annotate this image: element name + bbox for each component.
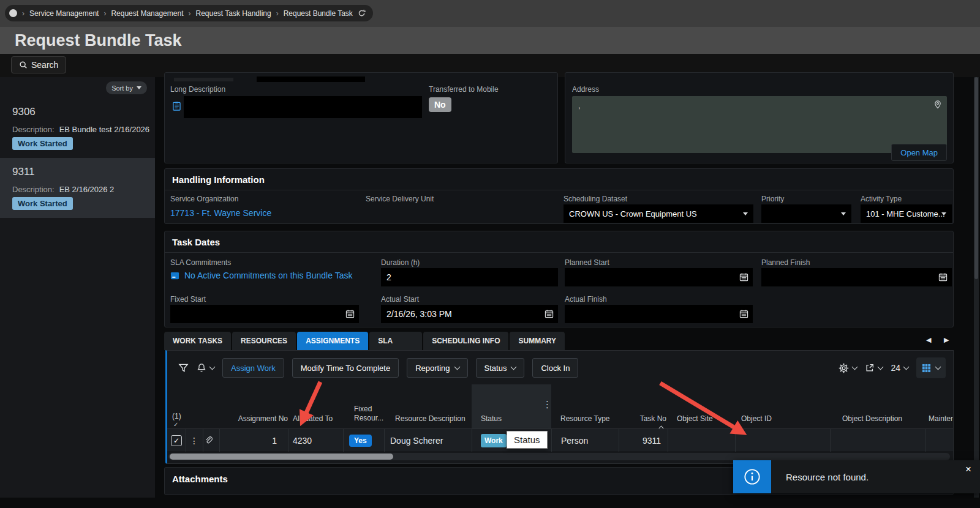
tab-assignments[interactable]: ASSIGNMENTS [297, 332, 368, 350]
breadcrumb-request-management[interactable]: Request Management [111, 9, 183, 18]
sla-commitments-link[interactable]: No Active Commitments on this Bundle Tas… [170, 271, 352, 280]
activity-type-label: Activity Type [861, 195, 902, 203]
column-header-allocated-to[interactable]: Allocated To [293, 414, 333, 423]
tab-resources[interactable]: RESOURCES [232, 332, 296, 350]
breadcrumb-service-management[interactable]: Service Management [29, 9, 99, 18]
status-badge: Work Started [12, 197, 73, 210]
breadcrumb: › Service Management › Request Managemen… [5, 5, 373, 21]
page-size-select[interactable]: 24 [891, 363, 908, 373]
calendar-icon[interactable] [938, 272, 948, 282]
sort-by-button[interactable]: Sort by [106, 81, 147, 94]
selection-count-header: (1) [172, 412, 181, 420]
cell-task-no: 9311 [619, 429, 665, 452]
row-kebab-icon[interactable]: ⋮ [190, 429, 198, 452]
calendar-icon[interactable] [345, 309, 355, 318]
location-pin-icon[interactable] [933, 100, 942, 110]
tab-scheduling-info[interactable]: SCHEDULING INFO [423, 332, 508, 350]
handling-information-title: Handling Information [165, 169, 953, 190]
task-dates-panel: Task Dates SLA Commitments No Active Com… [164, 231, 954, 327]
tabs-scroll-left-icon[interactable]: ◀ [926, 336, 931, 344]
status-menu-button[interactable]: Status [476, 358, 525, 378]
view-mode-grid-button[interactable] [916, 357, 946, 378]
column-options-kebab-icon[interactable]: ⋮ [543, 400, 552, 409]
column-header-task-no[interactable]: Task No [624, 414, 666, 423]
attachment-paperclip-icon[interactable] [204, 429, 214, 452]
refresh-icon[interactable] [358, 9, 366, 17]
modify-time-to-complete-button[interactable]: Modify Time To Complete [292, 358, 399, 378]
column-header-resource-type[interactable]: Resource Type [560, 414, 610, 423]
scheduling-dataset-label: Scheduling Dataset [564, 195, 627, 203]
assignment-table-row[interactable]: ✓ ⋮ 1 4230 Yes Doug Scherer Work Status … [167, 428, 953, 451]
column-header-status[interactable]: Status [481, 414, 502, 423]
task-card-9311[interactable]: 9311 Description: EB 2/16/2026 2 Work St… [0, 158, 155, 218]
column-header-fixed-resource[interactable]: Fixed Resour... [354, 405, 392, 423]
chevron-down-icon [743, 212, 748, 215]
actual-start-input[interactable]: 2/16/26, 3:03 PM [381, 305, 558, 323]
column-header-resource-description[interactable]: Resource Description [395, 414, 466, 423]
tab-sla[interactable]: SLA [369, 332, 422, 350]
breadcrumb-request-task-handling[interactable]: Request Task Handling [195, 9, 271, 18]
calendar-icon[interactable] [545, 309, 554, 318]
long-description-label: Long Description [170, 85, 225, 94]
title-band: Request Bundle Task [0, 27, 980, 54]
sla-commitments-label: SLA Commitments [170, 258, 231, 267]
long-description-input[interactable] [184, 96, 422, 118]
tab-work-tasks[interactable]: WORK TASKS [164, 332, 231, 350]
duration-input[interactable]: 2 [381, 268, 558, 286]
filter-icon[interactable] [178, 363, 189, 373]
transferred-to-mobile-label: Transferred to Mobile [429, 85, 499, 94]
address-panel: Address , Open Map [565, 72, 954, 163]
vertical-scrollbar-thumb[interactable] [974, 77, 978, 279]
reporting-menu-button[interactable]: Reporting [407, 358, 467, 378]
priority-select[interactable] [761, 204, 851, 223]
breadcrumb-separator: › [22, 9, 24, 18]
column-header-assignment-no[interactable]: Assignment No [230, 414, 288, 423]
settings-gear-icon[interactable] [839, 363, 857, 373]
vertical-scrollbar[interactable] [974, 77, 979, 498]
tab-summary[interactable]: SUMMARY [510, 332, 565, 350]
status-column-tooltip: Status [507, 431, 548, 449]
row-checkbox[interactable]: ✓ [171, 429, 182, 452]
cell-status: Work [481, 429, 507, 452]
calendar-icon[interactable] [739, 272, 748, 282]
select-all-check-icon[interactable]: ✓ [173, 421, 178, 428]
clipped-field [257, 77, 365, 82]
toast-notification: Resource not found. × [733, 460, 980, 493]
column-header-object-description[interactable]: Object Description [842, 414, 902, 423]
actual-finish-input[interactable] [565, 305, 753, 323]
tabs-scroll-right-icon[interactable]: ▶ [944, 336, 949, 344]
scheduling-dataset-select[interactable]: CROWN US - Crown Equipment US [564, 204, 753, 223]
horizontal-scrollbar-thumb[interactable] [170, 454, 393, 460]
assign-work-button[interactable]: Assign Work [222, 358, 284, 378]
close-icon[interactable]: × [965, 464, 971, 474]
notes-icon[interactable] [173, 102, 181, 111]
column-header-object-id[interactable]: Object ID [741, 414, 772, 423]
chevron-down-icon [209, 364, 216, 370]
clock-in-button[interactable]: Clock In [532, 358, 578, 378]
assignments-panel: Assign Work Modify Time To Complete Repo… [165, 350, 954, 464]
service-organization-link[interactable]: 17713 - Ft. Wayne Service [170, 208, 271, 218]
calendar-icon[interactable] [739, 309, 748, 318]
task-card-9306[interactable]: 9306 Description: EB Bundle test 2/16/20… [0, 98, 155, 158]
planned-start-label: Planned Start [565, 258, 609, 267]
horizontal-scrollbar[interactable] [168, 453, 950, 460]
activity-type-select[interactable]: 101 - MHE Custome... [861, 204, 952, 223]
info-icon [733, 460, 771, 493]
sla-icon [170, 271, 179, 280]
search-button[interactable]: Search [11, 56, 66, 73]
export-icon[interactable] [865, 363, 883, 373]
notifications-bell-icon[interactable] [197, 363, 214, 373]
planned-finish-input[interactable] [761, 268, 952, 286]
planned-start-input[interactable] [565, 268, 753, 286]
app-logo-dot[interactable] [9, 9, 17, 17]
breadcrumb-request-bundle-task[interactable]: Request Bundle Task [284, 9, 353, 18]
fixed-start-input[interactable] [170, 305, 359, 323]
chevron-down-icon [454, 364, 460, 370]
column-header-maintenance[interactable]: Maintena [929, 414, 954, 423]
chevron-down-icon [941, 212, 946, 215]
column-header-object-site[interactable]: Object Site [677, 414, 713, 423]
cell-resource-type: Person [561, 429, 588, 452]
breadcrumb-separator: › [104, 9, 106, 18]
open-map-button[interactable]: Open Map [891, 144, 947, 161]
address-field[interactable]: , [572, 96, 947, 153]
